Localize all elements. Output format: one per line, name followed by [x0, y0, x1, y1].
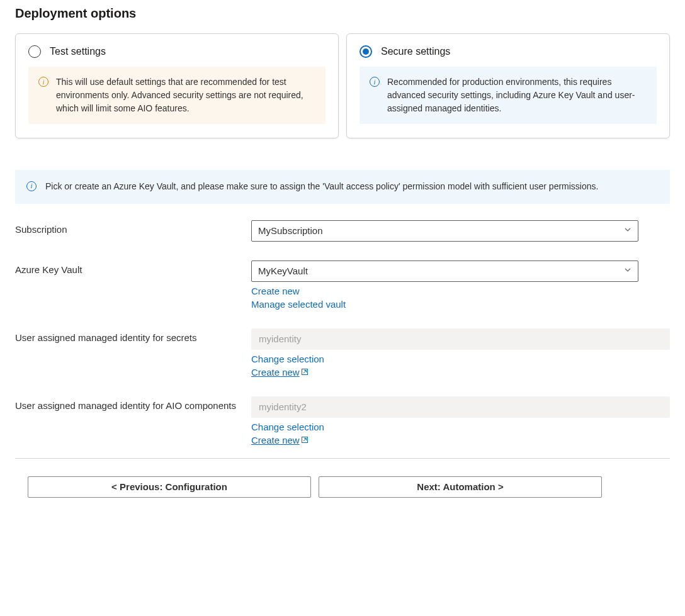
select-value: MyKeyVault: [258, 266, 308, 276]
link-change-selection-aio[interactable]: Change selection: [251, 422, 670, 432]
info-icon: i: [26, 181, 37, 191]
field-identity-aio: myidentity2: [251, 396, 670, 418]
deployment-option-cards: Test settings i This will use default se…: [15, 33, 670, 138]
link-manage-selected-vault[interactable]: Manage selected vault: [251, 299, 670, 310]
divider: [15, 458, 670, 459]
info-box-secure: i Recommended for production environment…: [359, 67, 657, 124]
link-change-selection-secrets[interactable]: Change selection: [251, 354, 670, 364]
card-title-secure: Secure settings: [381, 46, 450, 57]
banner-keyvault-info: i Pick or create an Azure Key Vault, and…: [15, 170, 670, 204]
next-button[interactable]: Next: Automation >: [319, 476, 602, 498]
label-keyvault: Azure Key Vault: [15, 260, 251, 275]
radio-secure-settings[interactable]: [359, 45, 372, 58]
external-link-icon: [301, 436, 309, 445]
select-keyvault[interactable]: MyKeyVault: [251, 260, 638, 282]
card-secure-settings[interactable]: Secure settings i Recommended for produc…: [346, 33, 670, 138]
select-value: MySubscription: [258, 225, 323, 236]
field-identity-secrets: myidentity: [251, 328, 670, 350]
info-text: This will use default settings that are …: [56, 76, 315, 115]
chevron-down-icon: [624, 266, 631, 276]
info-icon: i: [370, 77, 380, 87]
label-identity-secrets: User assigned managed identity for secre…: [15, 328, 251, 343]
link-create-new-identity-aio[interactable]: Create new: [251, 435, 670, 445]
label-subscription: Subscription: [15, 220, 251, 235]
link-create-new-keyvault[interactable]: Create new: [251, 286, 670, 296]
info-text: Recommended for production environments,…: [387, 76, 647, 115]
external-link-icon: [301, 368, 309, 378]
info-icon: i: [38, 77, 48, 87]
banner-text: Pick or create an Azure Key Vault, and p…: [45, 180, 598, 194]
radio-test-settings[interactable]: [28, 45, 41, 58]
select-subscription[interactable]: MySubscription: [251, 220, 638, 242]
card-title-test: Test settings: [50, 46, 106, 57]
section-title: Deployment options: [15, 6, 670, 21]
info-box-test: i This will use default settings that ar…: [28, 67, 326, 124]
previous-button[interactable]: < Previous: Configuration: [28, 476, 311, 498]
chevron-down-icon: [624, 226, 631, 235]
label-identity-aio: User assigned managed identity for AIO c…: [15, 396, 251, 411]
link-create-new-identity-secrets[interactable]: Create new: [251, 367, 670, 378]
card-test-settings[interactable]: Test settings i This will use default se…: [15, 33, 339, 138]
